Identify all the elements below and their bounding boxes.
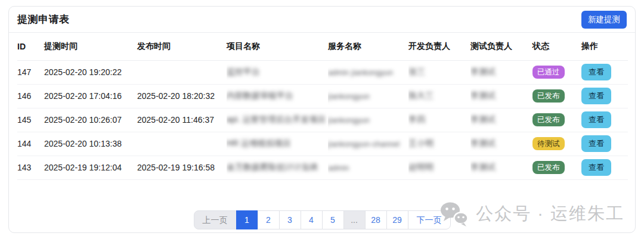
cell-submit-time: 2025-02-19 19:12:04 — [44, 156, 137, 179]
view-button[interactable]: 查看 — [581, 88, 611, 104]
pagination-page-3[interactable]: 3 — [279, 210, 301, 229]
test-request-table-wrap: ID 提测时间 发布时间 项目名称 服务名称 开发负责人 测试负责人 状态 操作… — [17, 33, 627, 180]
cell-actions: 查看 — [581, 108, 628, 132]
cell-test-owner: 李测试 — [470, 108, 532, 132]
cell-id: 145 — [17, 108, 44, 132]
cell-publish-time: 2025-02-19 19:16:58 — [137, 156, 227, 179]
blurred-dev-owner-text: 王小明 — [408, 138, 434, 148]
cell-dev-owner: 李四 — [408, 108, 470, 132]
column-header-service-name: 服务名称 — [328, 33, 408, 60]
test-request-table: ID 提测时间 发布时间 项目名称 服务名称 开发负责人 测试负责人 状态 操作… — [17, 33, 628, 180]
cell-actions: 查看 — [581, 84, 628, 108]
blurred-service-text: jiankongyun — [328, 116, 370, 125]
blurred-dev-owner-text: 张三 — [408, 67, 425, 76]
blurred-project-text: 金万数据爬取统计计划表 — [227, 162, 318, 172]
column-header-submit-time: 提测时间 — [44, 33, 137, 60]
cell-project-name: HR 运维模拟项目 — [227, 132, 328, 156]
table-row: 1462025-02-20 17:04:162025-02-20 18:20:3… — [17, 84, 628, 108]
cell-actions: 查看 — [581, 60, 628, 84]
blurred-test-owner-text: 李测试 — [470, 162, 496, 172]
cell-dev-owner: 赵明明 — [408, 156, 470, 179]
cell-test-owner: 李测试 — [470, 132, 532, 156]
cell-test-owner: 李测试 — [470, 60, 532, 84]
pagination: 上一页12345...2829下一页 — [194, 210, 451, 229]
blurred-test-owner-text: 李测试 — [470, 114, 496, 124]
table-row: 1432025-02-19 19:12:042025-02-19 19:16:5… — [17, 156, 628, 179]
panel-footer: 上一页12345...2829下一页 — [9, 210, 635, 229]
cell-id: 147 — [17, 60, 44, 84]
column-header-actions: 操作 — [581, 33, 628, 60]
table-row: 1442025-02-20 10:13:38HR 运维模拟项目jiankongy… — [17, 132, 628, 156]
cell-id: 143 — [17, 156, 44, 179]
cell-dev-owner: 张三 — [408, 60, 470, 84]
view-button[interactable]: 查看 — [581, 64, 611, 80]
view-button[interactable]: 查看 — [581, 135, 611, 152]
pagination-page-2[interactable]: 2 — [258, 210, 280, 229]
cell-publish-time: 2025-02-20 18:20:32 — [137, 84, 227, 108]
cell-status: 待测试 — [532, 132, 581, 156]
cell-submit-time: 2025-02-20 19:20:22 — [44, 60, 137, 84]
table-row: 1452025-02-20 10:26:072025-02-20 11:46:3… — [17, 108, 628, 132]
blurred-dev-owner-text: 陈大三 — [408, 91, 434, 100]
cell-actions: 查看 — [581, 156, 628, 179]
status-badge: 已发布 — [532, 161, 565, 175]
status-badge: 已发布 — [532, 89, 565, 103]
cell-publish-time — [137, 132, 227, 156]
cell-test-owner: 李测试 — [470, 156, 532, 179]
blurred-test-owner-text: 李测试 — [470, 138, 496, 148]
blurred-project-text: 内部数据审核平台 — [227, 91, 293, 100]
pagination-page-29[interactable]: 29 — [386, 210, 408, 229]
cell-project-name: 内部数据审核平台 — [227, 84, 328, 108]
blurred-service-text: admin jiankongyun — [328, 69, 393, 77]
pagination-prev-button[interactable]: 上一页 — [194, 210, 237, 229]
cell-status: 已发布 — [532, 84, 581, 108]
table-header-row: ID 提测时间 发布时间 项目名称 服务名称 开发负责人 测试负责人 状态 操作 — [17, 33, 628, 60]
cell-service-name: jiankongyun-channel — [328, 132, 408, 156]
cell-publish-time: 2025-02-20 11:46:37 — [137, 108, 227, 132]
blurred-service-text: admin — [328, 164, 349, 172]
pagination-page-5[interactable]: 5 — [322, 210, 344, 229]
cell-submit-time: 2025-02-20 10:13:38 — [44, 132, 137, 156]
pagination-next-button[interactable]: 下一页 — [408, 210, 451, 229]
blurred-test-owner-text: 李测试 — [470, 67, 496, 76]
cell-submit-time: 2025-02-20 10:26:07 — [44, 108, 137, 132]
pagination-page-1[interactable]: 1 — [236, 210, 258, 229]
cell-actions: 查看 — [581, 132, 628, 156]
pagination-ellipsis[interactable]: ... — [343, 210, 366, 229]
blurred-project-text: api. 运营管理后台开发项目 — [227, 114, 326, 124]
blurred-project-text: HR 运维模拟项目 — [227, 138, 291, 148]
cell-dev-owner: 王小明 — [408, 132, 470, 156]
cell-service-name: admin — [328, 156, 408, 179]
column-header-dev-owner: 开发负责人 — [408, 33, 470, 60]
cell-project-name: 金万数据爬取统计计划表 — [227, 156, 328, 179]
test-request-panel: 提测申请表 新建提测 ID 提测时间 发布时间 项目名称 服务名称 开发负责人 … — [8, 6, 636, 233]
pagination-page-28[interactable]: 28 — [365, 210, 387, 229]
pagination-page-4[interactable]: 4 — [301, 210, 323, 229]
view-button[interactable]: 查看 — [581, 159, 611, 176]
blurred-service-text: jiankongyun-channel — [328, 140, 400, 148]
cell-status: 已通过 — [532, 60, 581, 84]
cell-submit-time: 2025-02-20 17:04:16 — [44, 84, 137, 108]
page-title: 提测申请表 — [17, 13, 70, 26]
column-header-project-name: 项目名称 — [227, 33, 328, 60]
column-header-publish-time: 发布时间 — [137, 33, 227, 60]
status-badge: 已通过 — [532, 66, 565, 79]
status-badge: 已发布 — [532, 113, 565, 127]
table-row: 1472025-02-20 19:20:22监控平台admin jiankong… — [17, 60, 628, 84]
blurred-project-text: 监控平台 — [227, 67, 260, 76]
cell-status: 已发布 — [532, 108, 581, 132]
panel-header: 提测申请表 新建提测 — [9, 7, 635, 33]
new-test-request-button[interactable]: 新建提测 — [581, 11, 627, 29]
cell-service-name: jiankongyun — [328, 108, 408, 132]
blurred-test-owner-text: 李测试 — [470, 91, 496, 100]
column-header-status: 状态 — [532, 33, 581, 60]
column-header-id: ID — [17, 33, 44, 60]
cell-service-name: jiankongyun — [328, 84, 408, 108]
cell-dev-owner: 陈大三 — [408, 84, 470, 108]
status-badge: 待测试 — [532, 137, 565, 151]
cell-id: 144 — [17, 132, 44, 156]
cell-project-name: 监控平台 — [227, 60, 328, 84]
cell-id: 146 — [17, 84, 44, 108]
cell-service-name: admin jiankongyun — [328, 60, 408, 84]
view-button[interactable]: 查看 — [581, 111, 611, 128]
